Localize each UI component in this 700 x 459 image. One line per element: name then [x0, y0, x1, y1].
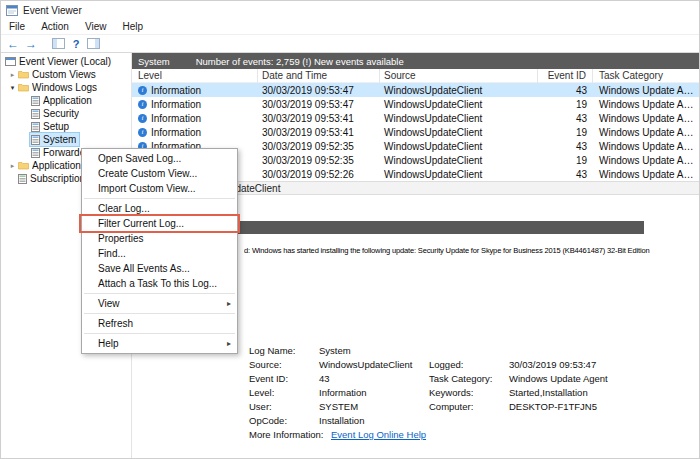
- titlebar: Event Viewer: [1, 1, 699, 19]
- event-row[interactable]: iInformation 30/03/2019 09:53:47 Windows…: [132, 83, 699, 97]
- information-icon: i: [138, 114, 147, 123]
- event-viewer-app-icon: [6, 5, 18, 16]
- window-title: Event Viewer: [23, 5, 82, 16]
- menu-item-create-custom-view[interactable]: Create Custom View...: [82, 166, 237, 181]
- tree-item-system[interactable]: System: [1, 133, 131, 146]
- forward-icon[interactable]: →: [24, 38, 38, 50]
- submenu-arrow-icon: ▸: [227, 336, 231, 351]
- menu-item-help[interactable]: Help▸: [82, 336, 237, 351]
- menu-item-attach-task[interactable]: Attach a Task To this Log...: [82, 276, 237, 291]
- column-header-level[interactable]: Level: [132, 69, 258, 83]
- expander-expanded-icon[interactable]: ▾: [8, 84, 17, 92]
- event-log-icon: [31, 148, 40, 158]
- expander-collapsed-icon[interactable]: ▸: [8, 162, 17, 170]
- menu-item-refresh[interactable]: Refresh: [82, 316, 237, 331]
- event-log-icon: [31, 135, 40, 145]
- expander-collapsed-icon[interactable]: ▸: [8, 71, 17, 79]
- event-log-icon: [31, 109, 40, 119]
- tree-item-setup[interactable]: Setup: [1, 120, 131, 133]
- show-console-tree-icon[interactable]: [52, 38, 65, 49]
- folder-icon: [18, 161, 29, 170]
- field-row: User: SYSTEM Computer: DESKTOP-F1TFJN5: [249, 401, 697, 415]
- menu-separator: [84, 333, 235, 334]
- table-header: Level Date and Time Source Event ID Task…: [132, 69, 699, 83]
- field-row: Event ID: 43 Task Category: Windows Upda…: [249, 373, 697, 387]
- field-row: Log Name: System: [249, 345, 697, 359]
- event-row[interactable]: iInformation 30/03/2019 09:53:47 Windows…: [132, 97, 699, 111]
- menu-help[interactable]: Help: [114, 20, 151, 33]
- submenu-arrow-icon: ▸: [227, 296, 231, 311]
- event-message: d: Windows has started installing the fo…: [244, 246, 695, 255]
- action-pane-icon[interactable]: [87, 38, 100, 49]
- subscriptions-icon: [18, 174, 27, 184]
- log-header-bar: System Number of events: 2,759 (!) New e…: [132, 53, 699, 69]
- console-root-icon: [5, 57, 16, 66]
- log-name: System: [138, 56, 170, 67]
- column-header-source[interactable]: Source: [380, 69, 538, 83]
- menu-action[interactable]: Action: [33, 20, 77, 33]
- menu-view[interactable]: View: [77, 20, 115, 33]
- tree-item-event-viewer-local[interactable]: Event Viewer (Local): [1, 55, 131, 68]
- menu-item-import-custom-view[interactable]: Import Custom View...: [82, 181, 237, 196]
- field-row: Level: Information Keywords: Started,Ins…: [249, 387, 697, 401]
- tree-item-windows-logs[interactable]: ▾ Windows Logs: [1, 81, 131, 94]
- tree-item-security[interactable]: Security: [1, 107, 131, 120]
- event-properties: Log Name: System Source: WindowsUpdateCl…: [249, 345, 697, 443]
- column-header-date-and-time[interactable]: Date and Time: [258, 69, 380, 83]
- toolbar: ← → ?: [1, 34, 699, 53]
- menu-separator: [84, 198, 235, 199]
- menu-item-view[interactable]: View▸: [82, 296, 237, 311]
- tree-item-application[interactable]: Application: [1, 94, 131, 107]
- menu-item-filter-current-log[interactable]: Filter Current Log...: [82, 216, 237, 231]
- menu-file[interactable]: File: [1, 20, 33, 33]
- field-row: OpCode: Installation: [249, 415, 697, 429]
- tree-item-custom-views[interactable]: ▸ Custom Views: [1, 68, 131, 81]
- information-icon: i: [138, 100, 147, 109]
- information-icon: i: [138, 128, 147, 137]
- event-row[interactable]: iInformation 30/03/2019 09:53:41 Windows…: [132, 111, 699, 125]
- column-header-event-id[interactable]: Event ID: [538, 69, 593, 83]
- menu-item-find[interactable]: Find...: [82, 246, 237, 261]
- menu-separator: [84, 293, 235, 294]
- menu-item-save-all-events-as[interactable]: Save All Events As...: [82, 261, 237, 276]
- context-menu: Open Saved Log... Create Custom View... …: [81, 148, 238, 354]
- folder-icon: [18, 83, 29, 92]
- event-log-icon: [31, 122, 40, 132]
- menu-item-properties[interactable]: Properties: [82, 231, 237, 246]
- event-viewer-window: Event Viewer File Action View Help ← → ?…: [0, 0, 700, 459]
- menu-item-clear-log[interactable]: Clear Log...: [82, 201, 237, 216]
- column-header-task-category[interactable]: Task Category: [593, 69, 699, 83]
- event-log-icon: [31, 96, 40, 106]
- event-row[interactable]: iInformation 30/03/2019 09:53:41 Windows…: [132, 125, 699, 139]
- menu-item-open-saved-log[interactable]: Open Saved Log...: [82, 151, 237, 166]
- back-icon[interactable]: ←: [6, 38, 20, 50]
- overlay-bar: [238, 221, 644, 234]
- field-row: More Information: Event Log Online Help: [249, 429, 697, 443]
- information-icon: i: [138, 86, 147, 95]
- menu-separator: [84, 313, 235, 314]
- event-log-online-help-link[interactable]: Event Log Online Help: [331, 429, 426, 440]
- help-icon[interactable]: ?: [69, 38, 83, 50]
- menubar: File Action View Help: [1, 19, 699, 34]
- events-summary: Number of events: 2,759 (!) New events a…: [196, 56, 404, 67]
- field-row: Source: WindowsUpdateClient Logged: 30/0…: [249, 359, 697, 373]
- folder-icon: [18, 70, 29, 79]
